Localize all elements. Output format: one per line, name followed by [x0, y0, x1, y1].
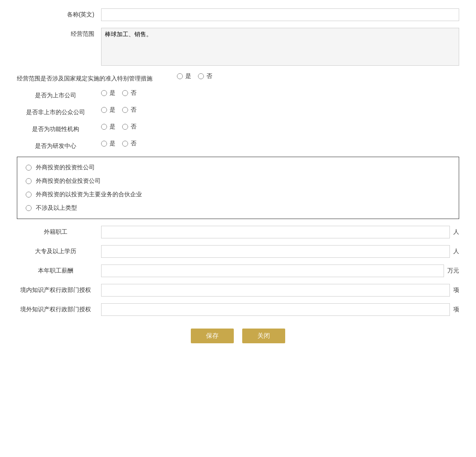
listed-company-yes-label: 是 — [110, 89, 115, 97]
college-education-unit: 人 — [453, 248, 459, 255]
rd-center-no-radio[interactable] — [122, 141, 128, 147]
listed-company-no-option[interactable]: 否 — [122, 89, 136, 97]
rd-center-yes-label: 是 — [110, 140, 115, 147]
overseas-ip-unit: 项 — [453, 306, 459, 313]
special-management-radio-group: 是 否 — [177, 72, 212, 80]
venture-capital-radio[interactable] — [26, 178, 32, 184]
non-listed-public-no-radio[interactable] — [122, 107, 128, 113]
investment-type-box: 外商投资的投资性公司 外商投资的创业投资公司 外商投资的以投资为主要业务的合伙企… — [17, 157, 459, 219]
annual-salary-input[interactable] — [101, 265, 444, 277]
venture-capital-label: 外商投资的创业投资公司 — [36, 177, 101, 185]
listed-company-yes-option[interactable]: 是 — [101, 89, 115, 97]
college-education-label: 大专及以上学历 — [17, 245, 101, 255]
rd-center-row: 是否为研发中心 是 否 — [17, 140, 459, 150]
rd-center-yes-radio[interactable] — [101, 141, 107, 147]
functional-institution-radio-group: 是 否 — [101, 123, 136, 131]
annual-salary-row: 本年职工薪酬 万元 — [17, 265, 459, 277]
not-applicable-option[interactable]: 不涉及以上类型 — [26, 204, 450, 212]
listed-company-yes-radio[interactable] — [101, 90, 107, 96]
non-listed-public-radio-group: 是 否 — [101, 106, 136, 114]
partnership-option[interactable]: 外商投资的以投资为主要业务的合伙企业 — [26, 191, 450, 198]
foreign-employees-row: 外籍职工 人 — [17, 226, 459, 238]
non-listed-public-no-label: 否 — [131, 106, 136, 114]
non-listed-public-yes-radio[interactable] — [101, 107, 107, 113]
partnership-label: 外商投资的以投资为主要业务的合伙企业 — [36, 191, 142, 198]
non-listed-public-yes-option[interactable]: 是 — [101, 106, 115, 114]
foreign-employees-control: 人 — [101, 226, 459, 238]
rd-center-no-option[interactable]: 否 — [122, 140, 136, 147]
overseas-ip-row: 境外知识产权行政部门授权 项 — [17, 303, 459, 316]
functional-institution-no-label: 否 — [131, 123, 136, 131]
partnership-radio[interactable] — [26, 192, 32, 198]
domestic-ip-unit: 项 — [453, 286, 459, 294]
english-name-row: 各称(英文) — [17, 8, 459, 21]
functional-institution-label: 是否为功能性机构 — [17, 123, 101, 133]
button-row: 保存 关闭 — [17, 329, 459, 343]
listed-company-control: 是 否 — [101, 89, 459, 97]
overseas-ip-input[interactable] — [101, 303, 450, 316]
annual-salary-control: 万元 — [101, 265, 459, 277]
functional-institution-yes-radio[interactable] — [101, 124, 107, 130]
not-applicable-label: 不涉及以上类型 — [36, 204, 77, 212]
foreign-employees-input[interactable] — [101, 226, 450, 238]
business-scope-control: 棒球加工、销售。 — [101, 28, 459, 66]
save-button[interactable]: 保存 — [191, 329, 234, 343]
rd-center-control: 是 否 — [101, 140, 459, 147]
business-scope-row: 经营范围 棒球加工、销售。 — [17, 28, 459, 66]
non-listed-public-row: 是否非上市的公众公司 是 否 — [17, 106, 459, 116]
college-education-row: 大专及以上学历 人 — [17, 245, 459, 258]
domestic-ip-label: 境内知识产权行政部门授权 — [17, 284, 101, 294]
investment-company-radio[interactable] — [26, 165, 32, 171]
domestic-ip-control: 项 — [101, 284, 459, 297]
special-management-row: 经营范围是否涉及国家规定实施的准入特别管理措施 是 否 — [17, 72, 459, 83]
non-listed-public-yes-label: 是 — [110, 106, 115, 114]
listed-company-no-radio[interactable] — [122, 90, 128, 96]
investment-company-label: 外商投资的投资性公司 — [36, 164, 95, 171]
rd-center-radio-group: 是 否 — [101, 140, 136, 147]
functional-institution-yes-label: 是 — [110, 123, 115, 131]
special-management-label: 经营范围是否涉及国家规定实施的准入特别管理措施 — [17, 72, 177, 83]
functional-institution-control: 是 否 — [101, 123, 459, 131]
rd-center-yes-option[interactable]: 是 — [101, 140, 115, 147]
foreign-employees-unit: 人 — [453, 228, 459, 236]
annual-salary-unit: 万元 — [447, 267, 459, 275]
annual-salary-label: 本年职工薪酬 — [17, 265, 101, 275]
non-listed-public-label: 是否非上市的公众公司 — [17, 106, 101, 116]
listed-company-no-label: 否 — [131, 89, 136, 97]
non-listed-public-no-option[interactable]: 否 — [122, 106, 136, 114]
english-name-input[interactable] — [101, 8, 459, 21]
overseas-ip-label: 境外知识产权行政部门授权 — [17, 303, 101, 313]
listed-company-label: 是否为上市公司 — [17, 89, 101, 99]
rd-center-no-label: 否 — [131, 140, 136, 147]
venture-capital-option[interactable]: 外商投资的创业投资公司 — [26, 177, 450, 185]
english-name-control — [101, 8, 459, 21]
special-management-no-option[interactable]: 否 — [198, 72, 212, 80]
functional-institution-yes-option[interactable]: 是 — [101, 123, 115, 131]
english-name-label: 各称(英文) — [17, 8, 101, 19]
special-management-no-label: 否 — [206, 72, 212, 80]
foreign-employees-label: 外籍职工 — [17, 226, 101, 236]
functional-institution-no-option[interactable]: 否 — [122, 123, 136, 131]
overseas-ip-control: 项 — [101, 303, 459, 316]
domestic-ip-input[interactable] — [101, 284, 450, 297]
college-education-control: 人 — [101, 245, 459, 258]
domestic-ip-row: 境内知识产权行政部门授权 项 — [17, 284, 459, 297]
college-education-input[interactable] — [101, 245, 450, 258]
non-listed-public-control: 是 否 — [101, 106, 459, 114]
business-scope-label: 经营范围 — [17, 28, 101, 38]
special-management-yes-option[interactable]: 是 — [177, 72, 191, 80]
listed-company-row: 是否为上市公司 是 否 — [17, 89, 459, 99]
special-management-no-radio[interactable] — [198, 73, 204, 79]
listed-company-radio-group: 是 否 — [101, 89, 136, 97]
rd-center-label: 是否为研发中心 — [17, 140, 101, 150]
close-button[interactable]: 关闭 — [242, 329, 285, 343]
functional-institution-row: 是否为功能性机构 是 否 — [17, 123, 459, 133]
business-scope-textarea[interactable]: 棒球加工、销售。 — [101, 28, 459, 66]
special-management-control: 是 否 — [177, 72, 459, 80]
not-applicable-radio[interactable] — [26, 205, 32, 211]
functional-institution-no-radio[interactable] — [122, 124, 128, 130]
investment-company-option[interactable]: 外商投资的投资性公司 — [26, 164, 450, 171]
special-management-yes-radio[interactable] — [177, 73, 183, 79]
special-management-yes-label: 是 — [185, 72, 191, 80]
